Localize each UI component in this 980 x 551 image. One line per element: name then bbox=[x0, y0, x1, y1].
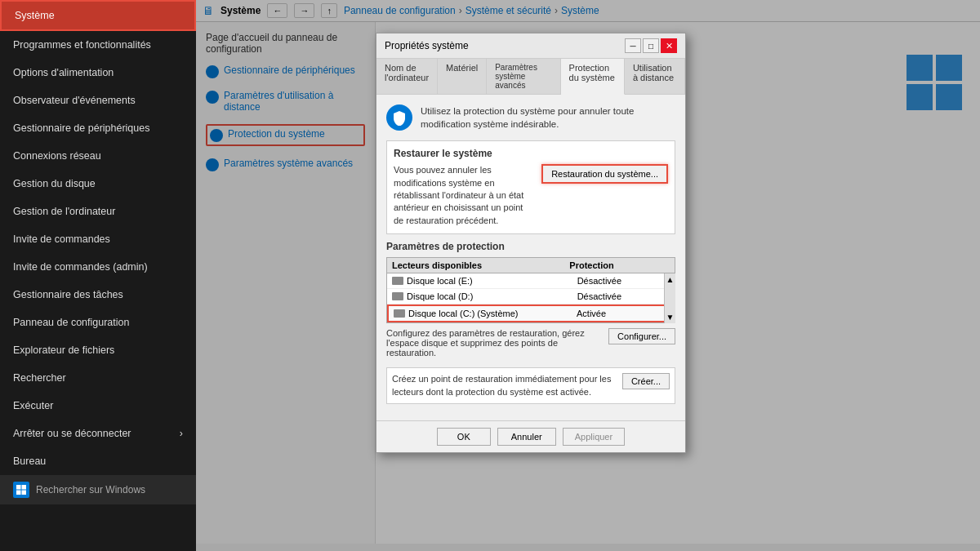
shield-system-icon bbox=[386, 104, 412, 131]
protection-table-header: Lecteurs disponibles Protection bbox=[387, 258, 675, 273]
table-row-e[interactable]: Disque local (E:) Désactivée bbox=[387, 273, 675, 289]
sidebar-item-systeme[interactable]: Système bbox=[0, 0, 196, 31]
modal-proprietes-systeme: Propriétés système ─ □ ✕ Nom de l'ordina… bbox=[376, 33, 686, 453]
sidebar-item-connexions[interactable]: Connexions réseau bbox=[0, 142, 196, 170]
scrollbar[interactable]: ▲ ▼ bbox=[664, 273, 675, 323]
restauration-systeme-button[interactable]: Restauration du système... bbox=[541, 164, 668, 184]
annuler-button[interactable]: Annuler bbox=[497, 428, 556, 446]
tab-label: Nom de l'ordinateur bbox=[385, 63, 429, 82]
drive-protection-e: Désactivée bbox=[577, 276, 670, 286]
sidebar-item-invite[interactable]: Invite de commandes bbox=[0, 225, 196, 253]
sidebar-item-panneau[interactable]: Panneau de configuration bbox=[0, 309, 196, 336]
sidebar-item-label: Panneau de configuration bbox=[13, 317, 129, 328]
modal-title: Propriétés système bbox=[385, 40, 469, 51]
sidebar-item-label: Invite de commandes (admin) bbox=[13, 261, 148, 273]
sidebar-item-bureau[interactable]: Bureau bbox=[0, 447, 196, 475]
sidebar-item-explorateur[interactable]: Explorateur de fichiers bbox=[0, 336, 196, 364]
creer-section: Créez un point de restauration immédiate… bbox=[386, 367, 675, 404]
tab-nom-ordinateur[interactable]: Nom de l'ordinateur bbox=[376, 59, 438, 94]
sidebar-item-observateur[interactable]: Observateur d'événements bbox=[0, 87, 196, 114]
sidebar-item-label: Gestion du disque bbox=[13, 178, 96, 189]
sidebar-item-label: Gestionnaire de périphériques bbox=[13, 122, 149, 134]
svg-rect-0 bbox=[16, 485, 21, 490]
configurer-button[interactable]: Configurer... bbox=[608, 328, 675, 344]
drive-icon-e bbox=[392, 277, 403, 285]
sidebar-item-executer[interactable]: Exécuter bbox=[0, 392, 196, 420]
drive-icon-c bbox=[394, 309, 405, 318]
close-button[interactable]: ✕ bbox=[661, 38, 677, 53]
modal-titlebar: Propriétés système ─ □ ✕ bbox=[376, 33, 685, 59]
modal-desc-text: Utilisez la protection du système pour a… bbox=[421, 104, 675, 131]
drive-label-c: Disque local (C:) (Système) bbox=[408, 309, 518, 318]
sidebar-item-label: Bureau bbox=[13, 455, 46, 467]
configure-text: Configurez des paramètres de restauratio… bbox=[386, 328, 602, 358]
drive-protection-c: Activée bbox=[577, 309, 668, 318]
creer-button[interactable]: Créer... bbox=[622, 373, 670, 389]
tab-parametres-avances[interactable]: Paramètres système avancés bbox=[487, 59, 560, 94]
sidebar-item-programmes[interactable]: Programmes et fonctionnalités bbox=[0, 31, 196, 59]
sidebar-item-gestion-disque[interactable]: Gestion du disque bbox=[0, 170, 196, 198]
tab-label: Protection du système bbox=[569, 63, 615, 82]
svg-rect-1 bbox=[22, 485, 27, 490]
sidebar-item-label: Explorateur de fichiers bbox=[13, 344, 114, 356]
restaurer-section: Restaurer le système Vous pouvez annuler… bbox=[386, 140, 675, 234]
sidebar-item-label: Gestion de l'ordinateur bbox=[13, 206, 115, 217]
arrow-icon: › bbox=[180, 428, 183, 439]
main-content: 🖥 Système ← → ↑ Panneau de configuration… bbox=[196, 0, 980, 551]
tab-label: Matériel bbox=[446, 63, 478, 73]
tab-utilisation-distance[interactable]: Utilisation à distance bbox=[625, 59, 685, 94]
ok-button[interactable]: OK bbox=[437, 428, 491, 446]
drive-label-e: Disque local (E:) bbox=[407, 276, 473, 286]
sidebar: Système Programmes et fonctionnalités Op… bbox=[0, 0, 196, 551]
sidebar-item-label: Options d'alimentation bbox=[13, 67, 114, 78]
maximize-button[interactable]: □ bbox=[643, 38, 659, 53]
modal-footer: OK Annuler Appliquer bbox=[376, 420, 685, 452]
tab-protection-systeme[interactable]: Protection du système bbox=[561, 59, 625, 95]
sidebar-item-gestionnaire-periph[interactable]: Gestionnaire de périphériques bbox=[0, 114, 196, 142]
sidebar-item-label: Système bbox=[15, 10, 55, 21]
sidebar-item-label: Observateur d'événements bbox=[13, 95, 136, 106]
svg-rect-2 bbox=[16, 491, 21, 495]
search-placeholder: Rechercher sur Windows bbox=[36, 484, 145, 495]
tab-label: Utilisation à distance bbox=[633, 63, 674, 82]
scroll-down-icon: ▼ bbox=[666, 313, 675, 322]
svg-rect-3 bbox=[22, 491, 27, 495]
tab-materiel[interactable]: Matériel bbox=[438, 59, 487, 94]
creer-text: Créez un point de restauration immédiate… bbox=[392, 373, 614, 398]
scroll-up-icon: ▲ bbox=[666, 275, 675, 284]
drive-icon-d bbox=[392, 292, 403, 300]
windows-start-icon bbox=[13, 482, 29, 498]
table-row-c[interactable]: Disque local (C:) (Système) Activée bbox=[387, 304, 675, 322]
sidebar-item-label: Connexions réseau bbox=[13, 150, 101, 162]
protection-title: Paramètres de protection bbox=[386, 241, 675, 252]
configure-area: Configurez des paramètres de restauratio… bbox=[386, 328, 675, 362]
col-protection: Protection bbox=[569, 260, 658, 270]
modal-tabs: Nom de l'ordinateur Matériel Paramètres … bbox=[376, 59, 685, 95]
col-lecteurs: Lecteurs disponibles bbox=[392, 260, 569, 270]
sidebar-item-label: Invite de commandes bbox=[13, 233, 110, 245]
sidebar-item-label: Rechercher bbox=[13, 372, 66, 384]
creer-row: Créez un point de restauration immédiate… bbox=[392, 373, 670, 398]
drive-label-d: Disque local (D:) bbox=[407, 291, 473, 301]
appliquer-button[interactable]: Appliquer bbox=[563, 428, 625, 446]
protection-section: Paramètres de protection Lecteurs dispon… bbox=[386, 241, 675, 404]
sidebar-item-alimentation[interactable]: Options d'alimentation bbox=[0, 59, 196, 87]
restaurer-desc: Vous pouvez annuler les modifications sy… bbox=[394, 164, 535, 227]
sidebar-item-rechercher[interactable]: Rechercher bbox=[0, 364, 196, 392]
sidebar-item-label: Gestionnaire des tâches bbox=[13, 289, 123, 300]
protection-table: Lecteurs disponibles Protection Disque l… bbox=[386, 257, 675, 323]
tab-label: Paramètres système avancés bbox=[495, 63, 537, 90]
sidebar-item-invite-admin[interactable]: Invite de commandes (admin) bbox=[0, 253, 196, 281]
modal-body: Utilisez la protection du système pour a… bbox=[376, 95, 685, 420]
search-bar[interactable]: Rechercher sur Windows bbox=[0, 475, 196, 504]
sidebar-item-arreter[interactable]: Arrêter ou se déconnecter › bbox=[0, 420, 196, 447]
sidebar-item-gestionnaire-taches[interactable]: Gestionnaire des tâches bbox=[0, 281, 196, 309]
table-row-d[interactable]: Disque local (D:) Désactivée bbox=[387, 289, 675, 304]
minimize-button[interactable]: ─ bbox=[625, 38, 641, 53]
sidebar-item-gestion-ordi[interactable]: Gestion de l'ordinateur bbox=[0, 198, 196, 225]
drive-protection-d: Désactivée bbox=[577, 291, 670, 301]
sidebar-item-label: Exécuter bbox=[13, 400, 53, 411]
sidebar-item-label: Programmes et fonctionnalités bbox=[13, 39, 151, 51]
modal-desc: Utilisez la protection du système pour a… bbox=[386, 104, 675, 131]
restaurer-title: Restaurer le système bbox=[394, 148, 668, 159]
